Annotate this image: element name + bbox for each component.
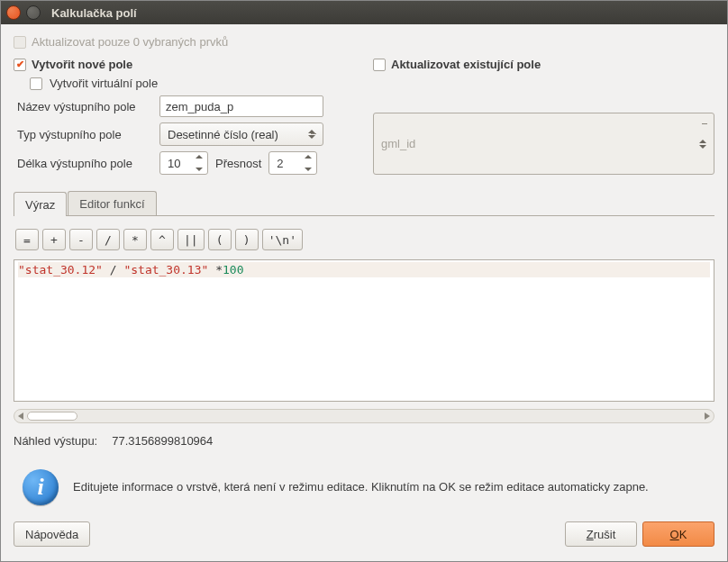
op-mul[interactable]: * (123, 229, 147, 250)
name-label: Název výstupního pole (17, 100, 152, 113)
expression-editor[interactable]: "stat_30.12" / "stat_30.13" *100 (14, 259, 714, 402)
update-selected-label: Aktualizovat pouze 0 vybraných prvků (32, 35, 228, 49)
create-field-label: Vytvořit nové pole (32, 58, 132, 71)
op-rparen[interactable]: ) (235, 229, 259, 250)
expr-field2: "stat_30.13" (123, 263, 208, 276)
tab-expression[interactable]: Výraz (14, 192, 67, 216)
expr-mul: * (208, 263, 223, 276)
scroll-left-icon[interactable] (18, 412, 23, 420)
info-icon: i (23, 469, 59, 505)
op-minus[interactable]: - (69, 229, 93, 250)
scroll-thumb[interactable] (27, 412, 77, 421)
expr-field1: "stat_30.12" (18, 263, 103, 276)
close-icon[interactable] (6, 5, 21, 20)
update-existing-checkbox[interactable] (373, 59, 386, 71)
preview-value: 77.3156899810964 (112, 434, 213, 448)
titlebar: Kalkulačka polí (1, 1, 727, 24)
expr-div: / (103, 263, 123, 276)
length-spinner-icon (196, 155, 205, 171)
update-selected-checkbox (14, 36, 26, 49)
tab-function-editor[interactable]: Editor funkcí (68, 191, 156, 215)
scroll-right-icon[interactable] (705, 412, 710, 420)
button-bar: Nápověda Zrušit OK (14, 521, 714, 547)
op-lparen[interactable]: ( (208, 229, 232, 250)
type-combo[interactable]: Desetinné číslo (real) (159, 122, 323, 146)
horizontal-scrollbar[interactable] (14, 409, 714, 423)
op-div[interactable]: / (96, 229, 120, 250)
expr-num: 100 (223, 263, 243, 276)
length-row: Délka výstupního pole 10 Přesnost 2 (17, 151, 355, 175)
ok-button[interactable]: OK (642, 521, 714, 547)
update-selected-row: Aktualizovat pouze 0 vybraných prvků (14, 35, 714, 49)
window: Kalkulačka polí Aktualizovat pouze 0 vyb… (0, 0, 728, 562)
preview-row: Náhled výstupu: 77.3156899810964 (14, 434, 714, 448)
existing-field-combo: gml_id (373, 113, 714, 175)
op-newline[interactable]: '\n' (262, 229, 303, 250)
update-column: Aktualizovat existující pole gml_id (373, 58, 714, 175)
combo-spinner-icon (308, 125, 319, 143)
combo-spinner-icon (699, 115, 710, 172)
precision-spinner-icon (305, 155, 314, 171)
type-row: Typ výstupního pole Desetinné číslo (rea… (17, 122, 355, 146)
create-column: Vytvořit nové pole Vytvořit virtuální po… (14, 58, 355, 175)
precision-spinbox[interactable]: 2 (268, 151, 317, 175)
virtual-label: Vytvořit virtuální pole (50, 77, 158, 90)
info-row: i Editujete informace o vrstvě, která ne… (14, 469, 714, 505)
type-label: Typ výstupního pole (17, 128, 152, 141)
window-title: Kalkulačka polí (51, 6, 137, 20)
existing-field-value: gml_id (381, 137, 415, 150)
update-existing-row[interactable]: Aktualizovat existující pole (373, 58, 714, 71)
name-input[interactable] (159, 95, 323, 117)
precision-value: 2 (277, 157, 283, 170)
op-pow[interactable]: ^ (150, 229, 174, 250)
help-button[interactable]: Nápověda (14, 521, 90, 547)
length-value: 10 (168, 157, 180, 170)
cancel-button[interactable]: Zrušit (565, 521, 637, 547)
content: Aktualizovat pouze 0 vybraných prvků Vyt… (1, 24, 727, 561)
op-eq[interactable]: = (15, 229, 39, 250)
virtual-checkbox[interactable] (30, 77, 42, 90)
type-value: Desetinné číslo (real) (168, 128, 278, 141)
minimize-icon[interactable] (26, 5, 41, 20)
operator-toolbar: = + - / * ^ || ( ) '\n' (14, 222, 714, 254)
field-columns: Vytvořit nové pole Vytvořit virtuální po… (14, 58, 714, 175)
op-plus[interactable]: + (42, 229, 66, 250)
precision-label: Přesnost (215, 157, 261, 170)
update-existing-label: Aktualizovat existující pole (391, 58, 541, 71)
info-text: Editujete informace o vrstvě, která není… (73, 479, 658, 496)
length-label: Délka výstupního pole (17, 157, 152, 170)
preview-label: Náhled výstupu: (14, 434, 97, 448)
virtual-row[interactable]: Vytvořit virtuální pole (30, 77, 355, 90)
tabbar: Výraz Editor funkcí (14, 191, 714, 216)
op-concat[interactable]: || (177, 229, 205, 250)
create-field-row[interactable]: Vytvořit nové pole (14, 58, 355, 71)
name-row: Název výstupního pole (17, 95, 355, 117)
length-spinbox[interactable]: 10 (159, 151, 208, 175)
create-field-checkbox[interactable] (14, 59, 26, 71)
